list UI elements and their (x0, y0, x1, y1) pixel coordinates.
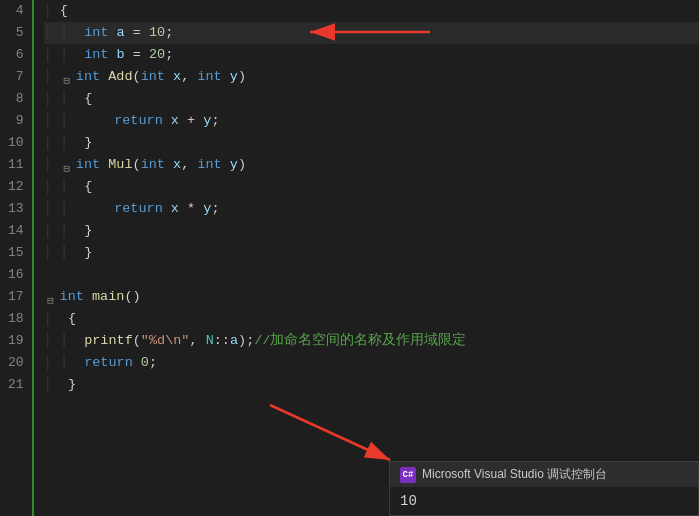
code-line-17: ⊟ int main() (44, 286, 699, 308)
code-line-12: │ │ { (44, 176, 699, 198)
debug-output: 10 (390, 487, 698, 515)
guide-11: │ (44, 154, 60, 176)
guide-21: │ (44, 374, 68, 396)
guide-6b: │ (60, 44, 84, 66)
ns-n: N (206, 330, 214, 352)
brace-close-10: } (84, 132, 92, 154)
brace-close-15: } (84, 242, 92, 264)
vs-icon-label: C# (403, 470, 414, 480)
brace-close-21: } (68, 374, 76, 396)
line-num-19: 19 (8, 330, 24, 352)
guide-9: │ (44, 110, 60, 132)
guide-5: │ (44, 22, 60, 44)
line-num-17: 17 (8, 286, 24, 308)
code-line-20: │ │ return 0; (44, 352, 699, 374)
fn-add: Add (108, 66, 132, 88)
guide-10: │ (44, 132, 60, 154)
code-line-5: │ │ int a = 10; (44, 22, 699, 44)
line-num-12: 12 (8, 176, 24, 198)
kw-int-5: int (84, 22, 116, 44)
line-num-8: 8 (8, 88, 24, 110)
kw-int-11x: int (141, 154, 173, 176)
code-line-10: │ │ } (44, 132, 699, 154)
param-x-13: x (171, 198, 179, 220)
guide-18: │ (44, 308, 68, 330)
comma-7: , (181, 66, 197, 88)
code-content: │ { │ │ int a = 10; │ │ int b = 20; │ ⊟ … (34, 0, 699, 516)
brace-close-14: } (84, 220, 92, 242)
semi-9: ; (211, 110, 219, 132)
guide-12: │ (44, 176, 60, 198)
param-x-7: x (173, 66, 181, 88)
kw-return-13: return (114, 198, 171, 220)
debug-title: Microsoft Visual Studio 调试控制台 (422, 466, 607, 483)
guide-15: │ (44, 242, 60, 264)
guide-8: │ (44, 88, 60, 110)
fn-mul: Mul (108, 154, 132, 176)
code-line-19: │ │ printf("%d\n", N::a);//加命名空间的名称及作用域限… (44, 330, 699, 352)
scope-19: :: (214, 330, 230, 352)
guide-14: │ (44, 220, 60, 242)
paren-17: () (124, 286, 140, 308)
line-num-18: 18 (8, 308, 24, 330)
code-line-4: │ { (44, 0, 699, 22)
param-y-9: y (203, 110, 211, 132)
plus-9: + (179, 110, 203, 132)
guide-13b: │ (60, 198, 84, 220)
line-num-6: 6 (8, 44, 24, 66)
fold-icon-11[interactable]: ⊟ (60, 158, 74, 172)
code-line-15: │ │ } (44, 242, 699, 264)
fold-icon-17[interactable]: ⊟ (44, 290, 58, 304)
brace-8: { (84, 88, 92, 110)
num-20: 20 (149, 44, 165, 66)
eq-5: = (133, 22, 149, 44)
kw-int-7y: int (197, 66, 229, 88)
line-num-21: 21 (8, 374, 24, 396)
line-num-4: 4 (8, 0, 24, 22)
empty-16 (44, 264, 52, 286)
line-num-9: 9 (8, 110, 24, 132)
code-line-11: │ ⊟ int Mul(int x, int y) (44, 154, 699, 176)
guide-10b: │ (60, 132, 84, 154)
fold-icon-7[interactable]: ⊟ (60, 70, 74, 84)
kw-return-20: return (84, 352, 141, 374)
semi-13: ; (211, 198, 219, 220)
guide-20b: │ (60, 352, 84, 374)
kw-int-6: int (84, 44, 116, 66)
guide-13: │ (44, 198, 60, 220)
code-area: 4 5 6 7 8 9 10 11 12 13 14 15 16 17 18 1… (0, 0, 699, 516)
line-num-5: 5 (8, 22, 24, 44)
param-y-7: y (230, 66, 238, 88)
debug-console-header: C# Microsoft Visual Studio 调试控制台 (390, 462, 698, 487)
code-line-18: │ { (44, 308, 699, 330)
var-a-5: a (117, 22, 133, 44)
var-a-19: a (230, 330, 238, 352)
code-line-7: │ ⊟ int Add(int x, int y) (44, 66, 699, 88)
kw-int-17: int (60, 286, 92, 308)
semi-6: ; (165, 44, 173, 66)
fn-main: main (92, 286, 124, 308)
paren-19: ( (133, 330, 141, 352)
line-num-20: 20 (8, 352, 24, 374)
line-num-16: 16 (8, 264, 24, 286)
comma-11: , (181, 154, 197, 176)
line-num-11: 11 (8, 154, 24, 176)
num-10: 10 (149, 22, 165, 44)
str-format: "%d\n" (141, 330, 190, 352)
code-line-8: │ │ { (44, 88, 699, 110)
guide-12b: │ (60, 176, 84, 198)
kw-int-7x: int (141, 66, 173, 88)
guide-8b: │ (60, 88, 84, 110)
guide-14b: │ (60, 220, 84, 242)
code-line-21: │ } (44, 374, 699, 396)
line-num-15: 15 (8, 242, 24, 264)
brace-18: { (68, 308, 76, 330)
guide-15b: │ (60, 242, 84, 264)
guide-20: │ (44, 352, 60, 374)
code-line-16 (44, 264, 699, 286)
guide-5b: │ (60, 22, 84, 44)
code-line-9: │ │ return x + y; (44, 110, 699, 132)
vs-icon: C# (400, 467, 416, 483)
code-line-6: │ │ int b = 20; (44, 44, 699, 66)
brace-open-4: { (60, 0, 68, 22)
